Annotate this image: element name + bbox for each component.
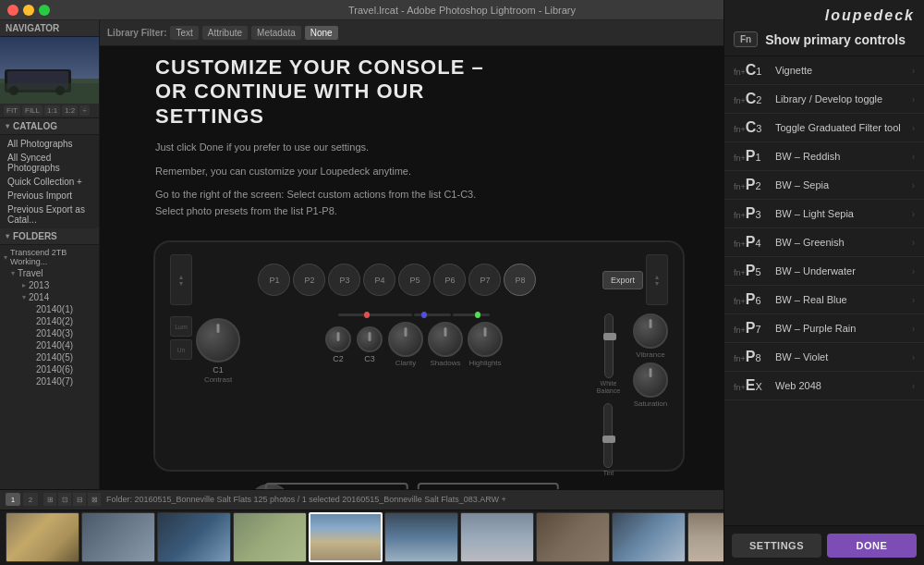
control-p1[interactable]: fn+P1 BW – Reddish › [724,142,924,171]
p7-chevron: › [912,324,915,334]
control-p5[interactable]: fn+P5 BW – Underwater › [724,257,924,286]
catalog-prev-import[interactable]: Previous Import [0,189,99,203]
control-p6[interactable]: fn+P6 BW – Real Blue › [724,286,924,314]
preset-p6[interactable]: P6 [433,264,466,296]
folder-201403[interactable]: 20140(3) [0,327,99,339]
p4-action: BW – Greenish [775,237,912,248]
vibrance-knob[interactable] [633,313,668,349]
catalog-section-header[interactable]: ▾ Catalog [0,118,99,135]
c1-knob[interactable] [196,318,240,362]
minimize-button[interactable] [23,5,34,16]
zoom-custom[interactable]: ÷ [79,105,89,116]
setup-title: CUSTOMIZE YOUR CONSOLE – OR CONTINUE WIT… [155,55,539,129]
zoom-fit[interactable]: FIT [4,105,20,116]
zoom-1-1[interactable]: 1:1 [44,105,60,116]
preset-p2[interactable]: P2 [293,264,325,296]
folder-201405[interactable]: 20140(5) [0,351,99,363]
film-thumb-6[interactable] [384,512,458,562]
control-p4[interactable]: fn+P4 BW – Greenish › [724,228,924,257]
clarity-knob[interactable] [388,322,423,357]
folder-201404[interactable]: 20140(4) [0,339,99,351]
p4-chevron: › [912,238,915,248]
preset-p5[interactable]: P5 [398,264,431,296]
filter-text-btn[interactable]: Text [170,26,198,40]
close-button[interactable] [7,5,18,16]
control-c3[interactable]: fn+C3 Toggle Graduated Filter tool › [724,114,924,142]
side-btn-right[interactable]: ▲▼ [646,254,668,305]
film-thumb-4[interactable] [233,512,307,562]
preset-p3[interactable]: P3 [328,264,360,296]
window-controls[interactable] [7,5,50,16]
c2-group: C2 [325,326,351,363]
film-thumb-2[interactable] [100,512,155,562]
catalog-arrow: ▾ [6,122,9,130]
film-thumb-7[interactable] [460,512,534,562]
control-p3[interactable]: fn+P3 BW – Light Sepia › [724,200,924,228]
preset-p7[interactable]: P7 [468,264,501,296]
setup-desc2: Remember, you can customize your Loupede… [155,164,506,180]
filter-metadata-btn[interactable]: Metadata [251,26,301,40]
folder-201406[interactable]: 20140(6) [0,363,99,375]
saturation-label: Saturation [634,399,667,408]
control-p7[interactable]: fn+P7 BW – Purple Rain › [724,314,924,343]
preset-p4[interactable]: P4 [363,264,395,296]
folder-201401[interactable]: 20140(1) [0,303,99,315]
window-title: Travel.lrcat - Adobe Photoshop Lightroom… [348,5,576,16]
p8-key: fn+P8 [734,349,775,365]
control-c1[interactable]: fn+C1 Vignette › [724,56,924,85]
control-ex[interactable]: fn+EX Web 2048 › [724,372,924,400]
p1-key: fn+P1 [734,148,775,165]
zoom-1-2[interactable]: 1:2 [62,105,78,116]
catalog-all-photos[interactable]: All Photographs [0,137,99,151]
c3-knob[interactable] [357,326,383,352]
navigator-header: Navigator [0,20,99,37]
preset-p1[interactable]: P1 [258,264,290,296]
side-btn-left[interactable]: ▲▼ [170,254,192,305]
catalog-prev-export[interactable]: Previous Export as Catal... [0,203,99,227]
folder-201402[interactable]: 20140(2) [0,315,99,327]
film-thumb-5[interactable] [309,512,383,562]
film-thumb-8[interactable] [536,512,610,562]
control-p2[interactable]: fn+P2 BW – Sepia › [724,171,924,200]
shadows-label: Shadows [431,359,461,367]
catalog-synced[interactable]: All Synced Photographs [0,151,99,175]
p4-key: fn+P4 [734,234,775,251]
tint-label: Tint [603,470,614,476]
loupedeck-device: ▲▼ P1 P2 P3 P4 P5 P6 P7 P8 [153,240,685,472]
done-button[interactable]: DONE [827,534,917,558]
c3-chevron: › [912,123,915,133]
folder-travel[interactable]: ▾Travel [0,267,99,279]
c2-knob[interactable] [325,326,351,352]
control-c2[interactable]: fn+C2 Library / Develop toggle › [724,85,924,114]
folder-201407[interactable]: 20140(7) [0,375,99,387]
lp-bottom-buttons: SETTINGS DONE [724,525,924,565]
highlights-knob[interactable] [468,322,503,357]
lum-btn[interactable]: Lum [170,316,192,337]
c3-label: C3 [364,354,375,363]
wb-slider[interactable] [604,313,614,378]
settings-button[interactable]: SETTINGS [732,534,821,558]
folders-section-header[interactable]: ▾ Folders [0,228,99,245]
preset-p8[interactable]: P8 [504,264,536,296]
wb-sliders: White Balance Tint [588,313,629,476]
vibrance-label: Vibrance [636,350,664,359]
folder-2013[interactable]: ▸2013 [0,279,99,291]
content-center: CUSTOMIZE YOUR CONSOLE – OR CONTINUE WIT… [100,46,723,565]
catalog-quick-collection[interactable]: Quick Collection + [0,175,99,189]
export-button-device[interactable]: Export [602,271,643,289]
film-thumb-9[interactable] [612,512,686,562]
setup-description: Just click Done if you prefer to use our… [155,140,506,219]
saturation-knob[interactable] [633,362,668,398]
filter-attribute-btn[interactable]: Attribute [202,26,248,40]
tint-slider[interactable] [603,403,613,468]
survey-view-btn[interactable]: ⊠ [100,493,101,506]
undo-btn[interactable]: Un [170,339,192,360]
control-p8[interactable]: fn+P8 BW – Violet › [724,343,924,372]
zoom-fill[interactable]: FILL [22,105,43,116]
shadows-knob[interactable] [428,322,463,357]
maximize-button[interactable] [39,5,50,16]
film-thumb-3[interactable] [157,512,231,562]
filter-none-btn[interactable]: None [305,26,338,40]
folder-transcend[interactable]: ▾Transcend 2TB Working... [0,247,99,267]
folder-2014[interactable]: ▾2014 [0,291,99,303]
